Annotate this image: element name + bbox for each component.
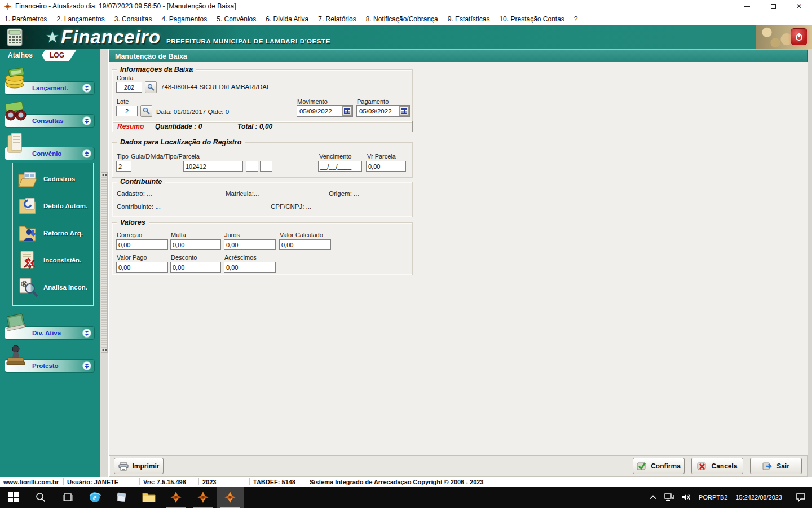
statusbar: www.fiorilli.com.br Usuário: JANETE Vrs:… (0, 477, 812, 487)
confirma-button[interactable]: Confirma (633, 458, 685, 474)
guia-extra2-input[interactable] (260, 161, 272, 172)
task-view-icon[interactable] (54, 487, 81, 508)
valor-calculado-label: Valor Calculado (280, 231, 323, 238)
fiorilli-app-icon[interactable] (162, 487, 189, 508)
menu-consultas[interactable]: 3. Consultas (114, 15, 152, 23)
status-user: Usuário: JANETE (64, 478, 140, 485)
menu-estatisticas[interactable]: 9. Estatísticas (448, 15, 490, 23)
menu-prestacao-contas[interactable]: 10. Prestação Contas (499, 15, 564, 23)
resumo-quantidade: Quantidade : 0 (155, 122, 202, 130)
pagamento-date-value[interactable]: 05/09/2022 (357, 108, 399, 115)
group-title: Valores (117, 218, 149, 226)
splitter-handle[interactable] (101, 172, 108, 353)
tab-log[interactable]: LOG (42, 50, 77, 61)
sidebar-item-lancamento[interactable]: Lançament. (0, 71, 100, 96)
chevron-up-icon[interactable] (82, 149, 91, 158)
notification-center-icon[interactable] (793, 487, 809, 508)
calendar-icon[interactable] (399, 106, 409, 116)
menu-divida-ativa[interactable]: 6. Divida Ativa (266, 15, 308, 23)
sidebar-item-retorno-arq[interactable]: Retorno Arq. (16, 220, 91, 247)
splitter-arrows-icon[interactable] (102, 348, 107, 352)
movimento-date-value[interactable]: 05/09/2022 (297, 108, 342, 115)
speaker-icon[interactable] (679, 487, 694, 508)
sidebar-label-protesto: Protesto (32, 362, 59, 369)
lote-input[interactable] (116, 106, 138, 116)
sidebar-item-analisa-incon[interactable]: Analisa Incon. (16, 274, 91, 301)
sidebar-item-consultas[interactable]: Consultas (0, 104, 100, 129)
juros-input[interactable] (224, 239, 276, 250)
sidebar-item-div-ativa[interactable]: Div. Ativa (0, 316, 100, 341)
lote-search-button[interactable] (140, 105, 152, 117)
open-folder-icon (16, 169, 39, 189)
cancela-label: Cancela (711, 462, 737, 470)
conta-input[interactable] (116, 82, 142, 93)
window-titlebar: Financeiro - Atualizado dia: 19/07/2023 … (0, 0, 812, 12)
sair-label: Sair (776, 462, 789, 470)
language-indicator[interactable]: PORPTB2 (696, 487, 730, 508)
search-icon[interactable] (27, 487, 54, 508)
start-button[interactable] (0, 487, 27, 508)
menu-help[interactable]: ? (574, 15, 578, 23)
sair-button[interactable]: Sair (750, 458, 802, 474)
guia-input[interactable] (183, 161, 243, 172)
network-icon[interactable] (661, 487, 677, 508)
panel-title: Manutenção de Baixa (109, 50, 808, 62)
fiorilli-app-icon-active[interactable] (217, 487, 244, 508)
chevron-down-icon[interactable] (82, 116, 91, 125)
folder-doc-icon (3, 132, 29, 155)
acrescimos-input[interactable] (224, 262, 276, 273)
menu-pagamentos[interactable]: 4. Pagamentos (161, 15, 207, 23)
menu-convenios[interactable]: 5. Convênios (217, 15, 256, 23)
vencimento-input[interactable] (318, 161, 362, 172)
minimize-button[interactable] (734, 0, 760, 12)
imprimir-button[interactable]: Imprimir (114, 458, 164, 474)
guia-extra1-input[interactable] (246, 161, 258, 172)
tipo-input[interactable] (116, 161, 131, 172)
chevron-down-icon[interactable] (82, 84, 91, 93)
page-magnifier-icon (16, 277, 39, 297)
clock[interactable]: 15:2422/08/2023 (732, 487, 785, 508)
menubar: 1. Parâmetros 2. Lançamentos 3. Consulta… (0, 12, 812, 25)
power-exit-button[interactable] (791, 28, 807, 45)
file-explorer-icon[interactable] (135, 487, 162, 508)
close-button[interactable]: ✕ (786, 0, 812, 12)
menu-parametros[interactable]: 1. Parâmetros (5, 15, 47, 23)
button-bar: Imprimir Confirma Cancela (109, 455, 808, 477)
correcao-input[interactable] (116, 239, 168, 250)
menu-relatorios[interactable]: 7. Relatórios (318, 15, 356, 23)
menu-lancamentos[interactable]: 2. Lançamentos (56, 15, 104, 23)
vr-parcela-input[interactable] (366, 161, 406, 172)
calculator-icon[interactable] (6, 28, 23, 46)
sidebar-item-convenio[interactable]: Convênio (0, 137, 100, 161)
status-year: 2023 (199, 478, 250, 485)
restore-button[interactable] (760, 0, 786, 12)
cancela-button[interactable]: Cancela (691, 458, 743, 474)
printer-icon (118, 462, 129, 471)
chevron-down-icon[interactable] (82, 361, 91, 370)
conta-search-button[interactable] (145, 81, 157, 93)
confirma-label: Confirma (651, 462, 681, 470)
sidebar-item-debito-autom[interactable]: Débito Autom. (16, 192, 91, 220)
group-localizacao: Dados para Localização do Registro Tipo … (112, 142, 413, 178)
movimento-date-field[interactable]: 05/09/2022 (297, 105, 353, 117)
menu-notificacao-cobranca[interactable]: 8. Notificação/Cobrança (366, 15, 438, 23)
sidebar-item-inconsistencias[interactable]: Inconsistên. (16, 247, 91, 274)
valor-pago-input[interactable] (116, 262, 168, 273)
internet-explorer-icon[interactable]: e (81, 487, 108, 508)
multa-input[interactable] (170, 239, 221, 250)
tab-atalhos[interactable]: Atalhos (8, 51, 33, 59)
calendar-icon[interactable] (342, 106, 352, 116)
desconto-input[interactable] (170, 262, 221, 273)
pagamento-date-field[interactable]: 05/09/2022 (356, 105, 410, 117)
sidebar-item-cadastros[interactable]: Cadastros (16, 165, 91, 192)
sidebar-item-protesto[interactable]: Protesto (0, 349, 100, 374)
tray-chevron-up-icon[interactable] (647, 487, 659, 508)
app-window-icon[interactable] (108, 487, 135, 508)
clock-time: 15:24 (735, 494, 751, 501)
cpf-cnpj-value: CPF/CNPJ: ... (271, 203, 311, 210)
splitter-arrows-icon[interactable] (102, 173, 107, 177)
window-title: Financeiro - Atualizado dia: 19/07/2023 … (15, 2, 236, 10)
chevron-down-icon[interactable] (82, 329, 91, 338)
valor-calculado-input[interactable] (279, 239, 331, 250)
fiorilli-app-icon[interactable] (189, 487, 217, 508)
